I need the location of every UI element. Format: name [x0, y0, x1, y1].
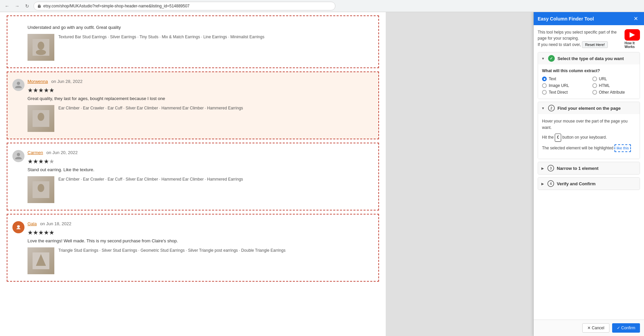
radio-option-url[interactable]: URL [592, 77, 636, 81]
radio-label-other-attr: Other Attribute [599, 90, 625, 95]
step4-chevron-icon: ▶ [541, 182, 544, 186]
radio-circle-html [592, 83, 597, 88]
reviewer-info: Gala on Jun 18, 2022 [28, 221, 368, 226]
step1-content: What will this column extract? Text URL [538, 64, 640, 99]
product-thumbnail [28, 176, 54, 203]
browser-chrome: ← → ↻ etsy.com/shop/MUKAstudio?ref=simpl… [0, 0, 644, 12]
step2-header[interactable]: ▼ 2 Find your element on the page [538, 102, 640, 114]
radio-option-other-attr[interactable]: Other Attribute [592, 90, 636, 95]
tool-panel: Easy Column Finder Tool ✕ This tool help… [533, 12, 644, 336]
review-item: Morwenna on Jun 28, 2022 ★★★★★ Great qua… [7, 71, 379, 139]
review-text: Understated and go with any outfit. Grea… [28, 25, 368, 30]
confirm-button[interactable]: ✓ Confirm [612, 323, 640, 333]
tool-intro-text: This tool helps you select specific part… [538, 30, 616, 41]
product-name: Ear Climber · Ear Crawler · Ear Cuff · S… [58, 176, 243, 182]
product-name: Triangle Stud Earrings · Silver Stud Ear… [58, 247, 285, 253]
svg-point-2 [36, 50, 46, 55]
tool-close-button[interactable]: ✕ [632, 15, 640, 22]
tool-title: Easy Column Finder Tool [538, 16, 594, 21]
step1-title: Select the type of data you want [557, 56, 624, 61]
youtube-label: How It Works [625, 41, 640, 49]
product-name: Textured Bar Stud Earrings · Silver Earr… [58, 34, 264, 40]
step1-header[interactable]: ▼ ✓ Select the type of data you want [538, 52, 640, 64]
step1-badge: ✓ [548, 55, 555, 62]
svg-point-4 [38, 113, 44, 121]
tool-intro-row: This tool helps you select specific part… [538, 29, 640, 49]
step2-instruction2: Hit the C button on your keyboard. [542, 134, 636, 141]
step3-badge: 3 [547, 165, 554, 172]
product-row: Ear Climber · Ear Crawler · Ear Cuff · S… [28, 176, 368, 203]
step4-header[interactable]: ▶ 4 Verify and Confirm [538, 178, 640, 190]
step2-instruction1: Hover your mouse over the part of the pa… [542, 118, 636, 131]
radio-option-image-url[interactable]: Image URL [542, 83, 586, 88]
review-text: Stand out earring. Like the texture. [28, 167, 368, 172]
step2-chevron-icon: ▼ [541, 106, 545, 110]
svg-point-1 [38, 42, 44, 50]
step4-title: Verify and Confirm [557, 181, 596, 186]
radio-circle-other-attr [592, 90, 597, 95]
forward-button[interactable]: → [13, 2, 21, 10]
review-item: Carmen on Jun 20, 2022 ★★★★★ Stand out e… [7, 143, 379, 210]
reviewer-name[interactable]: Gala [28, 221, 37, 226]
tool-footer: ✕ Cancel ✓ Confirm [534, 320, 644, 336]
review-text: Great quality, they last for ages, bough… [28, 96, 368, 101]
step4-badge: 4 [547, 180, 554, 187]
step2-hit-text: Hit the [542, 135, 554, 140]
radio-label-image-url: Image URL [549, 83, 569, 88]
star-rating: ★★★★★ [28, 87, 368, 94]
radio-circle-text [542, 77, 547, 81]
star-rating: ★★★★★ [28, 158, 368, 165]
avatar [12, 221, 24, 233]
back-button[interactable]: ← [3, 2, 11, 10]
radio-option-html[interactable]: HTML [592, 83, 636, 88]
url-text: etsy.com/shop/MUKAstudio?ref=simple-shop… [43, 4, 190, 8]
highlight-example: like this [614, 144, 631, 152]
reviewer-name[interactable]: Morwenna [28, 79, 48, 84]
address-bar[interactable]: etsy.com/shop/MUKAstudio?ref=simple-shop… [34, 2, 335, 10]
step1-question: What will this column extract? [542, 68, 636, 73]
step1-chevron-icon: ▼ [541, 57, 545, 60]
radio-option-text[interactable]: Text [542, 77, 586, 81]
step4-section: ▶ 4 Verify and Confirm [538, 177, 640, 190]
gray-background [386, 12, 533, 336]
lock-icon [37, 4, 41, 8]
product-row: Ear Climber · Ear Crawler · Ear Cuff · S… [28, 105, 368, 132]
reviewer-info: Morwenna on Jun 28, 2022 [28, 79, 368, 84]
review-date: on Jun 18, 2022 [40, 221, 71, 226]
product-thumbnail [28, 34, 54, 61]
youtube-icon [625, 29, 640, 41]
review-item: Understated and go with any outfit. Grea… [7, 15, 379, 68]
step2-badge: 2 [548, 105, 555, 111]
refresh-button[interactable]: ↻ [23, 2, 31, 10]
review-item: Gala on Jun 18, 2022 ★★★★★ Love the earr… [7, 214, 379, 282]
radio-option-text-direct[interactable]: Text Direct [542, 90, 586, 95]
key-c-badge: C [555, 134, 561, 141]
etsy-page-content: Understated and go with any outfit. Grea… [0, 12, 386, 336]
radio-circle-image-url [542, 83, 547, 88]
step3-header[interactable]: ▶ 3 Narrow to 1 element [538, 162, 640, 174]
step2-highlight-text: The selected element will be highlighted [542, 146, 613, 150]
step3-section: ▶ 3 Narrow to 1 element [538, 162, 640, 175]
reviewer-name[interactable]: Carmen [28, 150, 43, 155]
step2-section: ▼ 2 Find your element on the page Hover … [538, 102, 640, 159]
cancel-button[interactable]: ✕ Cancel [582, 323, 609, 333]
radio-circle-text-direct [542, 90, 547, 95]
tool-intro-section: This tool helps you select specific part… [538, 29, 625, 48]
step3-title: Narrow to 1 element [557, 166, 598, 171]
reset-button[interactable]: Reset Here! [582, 41, 608, 48]
review-date: on Jun 20, 2022 [46, 150, 77, 155]
radio-label-url: URL [599, 77, 607, 81]
radio-label-text-direct: Text Direct [549, 90, 568, 95]
step1-section: ▼ ✓ Select the type of data you want Wha… [538, 52, 640, 99]
step2-instruction4: The selected element will be highlighted… [542, 144, 636, 152]
review-text: Love the earrings! Well made. This is my… [28, 238, 368, 243]
product-thumbnail [28, 105, 54, 132]
radio-options-grid: Text URL Image URL [542, 77, 636, 95]
youtube-how-it-works-link[interactable]: How It Works [625, 29, 640, 49]
svg-point-6 [38, 184, 44, 192]
product-row: Textured Bar Stud Earrings · Silver Earr… [28, 34, 368, 61]
avatar [12, 79, 24, 91]
step2-content: Hover your mouse over the part of the pa… [538, 114, 640, 159]
tool-body: This tool helps you select specific part… [534, 25, 644, 320]
reviewer-info: Carmen on Jun 20, 2022 [28, 150, 368, 155]
